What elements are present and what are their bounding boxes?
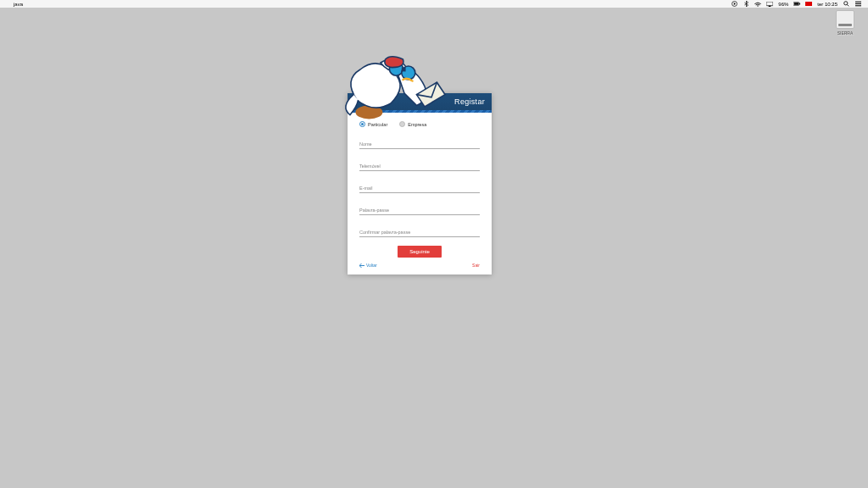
svg-line-9 [847, 5, 849, 7]
wifi-icon[interactable] [754, 1, 761, 8]
menu-bar: java 96% ter 10:25 [0, 0, 868, 8]
svg-rect-6 [799, 3, 800, 5]
dialog-title: Registar [454, 97, 485, 106]
radio-empresa[interactable]: Empresa [399, 121, 426, 127]
spotlight-icon[interactable] [843, 1, 849, 8]
svg-rect-4 [769, 5, 771, 6]
register-dialog: Registar Particular Empresa Seguinte Vol… [348, 93, 492, 274]
notification-center-icon[interactable] [854, 1, 861, 8]
bluetooth-icon[interactable] [743, 1, 749, 8]
radio-dot-icon [399, 121, 405, 127]
desktop-drive[interactable]: SIERRA [832, 10, 858, 36]
display-icon[interactable] [766, 1, 773, 8]
confirm-password-field[interactable] [359, 227, 480, 237]
name-field[interactable] [359, 139, 480, 149]
phone-field[interactable] [359, 161, 480, 171]
radio-dot-icon [359, 121, 365, 127]
next-button[interactable]: Seguinte [398, 246, 442, 258]
battery-percent: 96% [778, 2, 788, 7]
svg-marker-1 [734, 3, 736, 5]
svg-rect-3 [766, 2, 773, 6]
radio-particular-label: Particular [368, 122, 387, 127]
drive-icon [836, 10, 854, 29]
exit-link[interactable]: Sair [472, 263, 480, 268]
dialog-header: Registar [348, 93, 492, 110]
svg-rect-11 [855, 3, 861, 4]
svg-rect-10 [855, 2, 861, 3]
play-icon[interactable] [731, 1, 737, 8]
active-app-name[interactable]: java [14, 2, 23, 7]
svg-point-8 [843, 2, 847, 5]
back-link-label: Voltar [366, 263, 377, 268]
battery-icon[interactable] [793, 1, 800, 8]
password-field[interactable] [359, 205, 480, 215]
radio-particular[interactable]: Particular [359, 121, 387, 127]
svg-point-2 [758, 5, 759, 6]
drive-label: SIERRA [832, 30, 858, 36]
svg-rect-16 [402, 68, 406, 72]
radio-empresa-label: Empresa [408, 122, 426, 127]
email-field[interactable] [359, 183, 480, 193]
date-time[interactable]: ter 10:25 [817, 2, 837, 7]
svg-rect-12 [855, 5, 861, 6]
back-link[interactable]: Voltar [359, 263, 377, 268]
input-source-flag-icon[interactable] [805, 2, 812, 6]
svg-rect-7 [794, 3, 798, 5]
svg-point-14 [389, 62, 403, 75]
svg-point-15 [402, 66, 415, 80]
back-arrow-icon [359, 263, 364, 268]
account-type-group: Particular Empresa [359, 121, 480, 127]
